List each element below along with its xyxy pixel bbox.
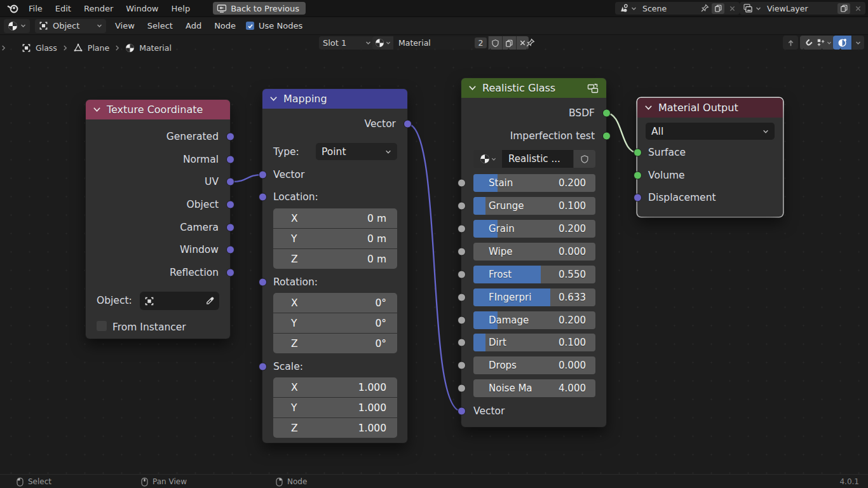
browse-node-group-button[interactable] <box>473 150 502 168</box>
eyedropper-icon[interactable] <box>205 296 215 306</box>
socket-output-bsdf[interactable] <box>602 109 611 118</box>
output-target-dropdown[interactable]: All <box>646 123 775 140</box>
rotation-x-field[interactable]: X0° <box>273 293 397 313</box>
socket-input-vector[interactable] <box>458 407 466 416</box>
slider-fingerprint[interactable]: FIngerpri0.633 <box>473 288 595 306</box>
socket-input-scale[interactable] <box>259 363 267 371</box>
node-header[interactable]: Material Output <box>637 98 783 118</box>
socket-input-surface[interactable] <box>634 149 642 157</box>
mouse-left-click-icon <box>17 477 24 487</box>
socket-input-fingerprint[interactable] <box>458 294 466 302</box>
scene-selector[interactable]: Scene <box>615 2 740 15</box>
from-instancer-checkbox[interactable] <box>97 321 107 331</box>
slider-noise-mapping[interactable]: Noise Ma4.000 <box>473 379 595 397</box>
location-y-field[interactable]: Y0 m <box>273 229 397 248</box>
socket-output-camera[interactable] <box>226 224 234 232</box>
menu-add[interactable]: Add <box>179 18 208 34</box>
socket-output-uv[interactable] <box>226 178 234 186</box>
chevron-down-icon <box>491 157 496 161</box>
collapse-chevron-icon[interactable] <box>269 96 278 102</box>
menu-select[interactable]: Select <box>141 18 179 34</box>
collapse-chevron-icon[interactable] <box>468 85 477 91</box>
socket-input-noise-mapping[interactable] <box>458 384 466 393</box>
socket-output-object[interactable] <box>226 201 234 209</box>
slider-drops[interactable]: Drops0.000 <box>473 356 595 374</box>
pin-icon[interactable] <box>700 4 709 13</box>
back-to-previous-button[interactable]: Back to Previous <box>213 2 306 15</box>
location-x-field[interactable]: X0 m <box>273 208 397 228</box>
node-realistic-glass[interactable]: Realistic Glass BSDF Imperfection test R… <box>461 78 606 427</box>
socket-input-grunge[interactable] <box>458 202 466 210</box>
viewlayer-name[interactable]: ViewLayer <box>764 4 835 13</box>
menu-edit[interactable]: Edit <box>49 0 78 17</box>
socket-input-grain[interactable] <box>458 225 466 233</box>
node-material-output[interactable]: Material Output All Surface Volume Displ… <box>637 98 783 217</box>
remove-viewlayer-button[interactable] <box>853 3 864 14</box>
socket-input-location[interactable] <box>259 193 267 201</box>
new-viewlayer-button[interactable] <box>837 3 850 14</box>
socket-output-normal[interactable] <box>226 156 234 164</box>
socket-input-vector[interactable] <box>259 171 267 179</box>
socket-input-drops[interactable] <box>458 362 466 370</box>
slider-grunge[interactable]: Grunge0.100 <box>473 197 595 215</box>
unlink-scene-button[interactable] <box>727 3 738 14</box>
slider-wipe[interactable]: Wipe0.000 <box>473 243 595 261</box>
socket-input-rotation[interactable] <box>259 278 267 287</box>
scene-name[interactable]: Scene <box>639 4 698 13</box>
node-editor-canvas[interactable]: Glass Plane Material Texture Coordinate … <box>0 34 868 474</box>
collapse-chevron-icon[interactable] <box>644 105 653 111</box>
socket-input-frost[interactable] <box>458 271 466 279</box>
type-label: Type: <box>273 145 299 159</box>
shader-editor-header: Object View Select Add Node Use Nodes Sl… <box>0 17 868 35</box>
scene-icon <box>618 3 628 13</box>
menu-render[interactable]: Render <box>78 0 119 17</box>
mapping-type-dropdown[interactable]: Point <box>316 143 397 160</box>
scale-z-field[interactable]: Z1.000 <box>273 418 397 438</box>
shader-type-dropdown[interactable]: Object <box>35 19 106 33</box>
socket-output-vector[interactable] <box>403 120 412 128</box>
menu-window[interactable]: Window <box>119 0 165 17</box>
blender-logo-icon[interactable] <box>6 2 20 15</box>
slider-damage[interactable]: Damage0.200 <box>473 311 595 329</box>
node-header[interactable]: Texture Coordinate <box>86 100 230 119</box>
socket-output-imperfection-test[interactable] <box>602 132 611 140</box>
node-texture-coordinate[interactable]: Texture Coordinate Generated Normal UV O… <box>86 100 230 339</box>
socket-output-generated[interactable] <box>226 133 234 141</box>
object-picker-field[interactable] <box>140 292 219 310</box>
rotation-z-field[interactable]: Z0° <box>273 334 397 353</box>
slider-frost[interactable]: Frost0.550 <box>473 266 595 283</box>
mouse-right-click-icon <box>276 477 283 487</box>
scale-y-field[interactable]: Y1.000 <box>273 398 397 417</box>
node-group-name-field[interactable]: Realistic ... <box>502 150 573 168</box>
scale-x-field[interactable]: X1.000 <box>273 377 397 397</box>
location-z-field[interactable]: Z0 m <box>273 249 397 269</box>
node-group-icon[interactable] <box>587 83 599 94</box>
fake-user-button[interactable] <box>574 150 595 168</box>
socket-input-wipe[interactable] <box>458 248 466 256</box>
slider-grain[interactable]: Grain0.200 <box>473 220 595 238</box>
socket-output-window[interactable] <box>226 246 234 254</box>
slider-dirt[interactable]: Dirt0.100 <box>473 334 595 351</box>
editor-type-button[interactable] <box>4 19 30 33</box>
socket-input-stain[interactable] <box>458 179 466 187</box>
socket-output-reflection[interactable] <box>226 269 234 277</box>
rotation-y-field[interactable]: Y0° <box>273 313 397 333</box>
node-mapping[interactable]: Mapping Vector Type: Point Vector Locati… <box>262 89 407 443</box>
use-nodes-toggle[interactable]: Use Nodes <box>246 21 302 30</box>
socket-input-damage[interactable] <box>458 316 466 325</box>
menu-view[interactable]: View <box>109 18 141 34</box>
object-field-label: Object: <box>97 294 132 308</box>
checkbox-checked-icon[interactable] <box>246 22 254 30</box>
menu-file[interactable]: File <box>22 0 49 17</box>
new-scene-button[interactable] <box>712 3 724 14</box>
socket-input-dirt[interactable] <box>458 339 466 347</box>
slider-stain[interactable]: Stain0.200 <box>473 174 595 192</box>
socket-input-volume[interactable] <box>634 172 642 180</box>
node-header[interactable]: Mapping <box>262 89 407 109</box>
viewlayer-selector[interactable]: ViewLayer <box>740 2 865 15</box>
node-header[interactable]: Realistic Glass <box>461 78 606 98</box>
menu-node[interactable]: Node <box>208 18 242 34</box>
menu-help[interactable]: Help <box>165 0 197 17</box>
socket-input-displacement[interactable] <box>634 194 642 202</box>
collapse-chevron-icon[interactable] <box>93 107 101 112</box>
